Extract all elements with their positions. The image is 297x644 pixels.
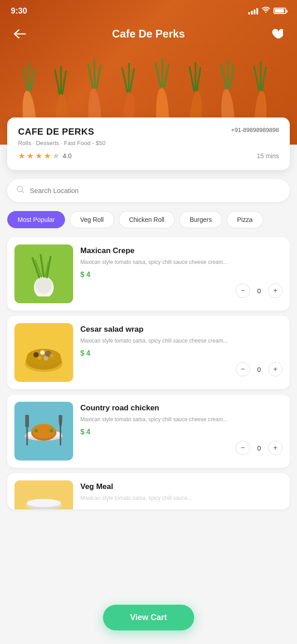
search-box bbox=[7, 179, 290, 202]
qty-value-3: 0 bbox=[255, 444, 263, 452]
wifi-icon bbox=[262, 7, 270, 15]
svg-line-23 bbox=[197, 68, 200, 91]
star-1: ★ bbox=[18, 151, 25, 161]
svg-line-30 bbox=[260, 62, 261, 89]
qty-value-2: 0 bbox=[255, 366, 263, 373]
star-4: ★ bbox=[44, 151, 51, 161]
qty-value-1: 0 bbox=[255, 287, 263, 295]
menu-list: Maxican Crepe Maxican style tomato salsa… bbox=[7, 237, 290, 509]
svg-point-35 bbox=[36, 277, 52, 294]
cafe-tags: Rolls · Desserts · Fast Food - $50 bbox=[18, 140, 279, 146]
svg-line-21 bbox=[190, 67, 194, 91]
tab-veg-roll[interactable]: Veg Roll bbox=[70, 211, 114, 228]
signal-icon bbox=[248, 7, 258, 14]
cafe-name: CAFE DE PERKS bbox=[18, 127, 94, 137]
menu-item-2: Cesar salad wrap Maxican style tomato sa… bbox=[7, 316, 290, 389]
view-cart-button[interactable]: View Cart bbox=[103, 605, 194, 630]
menu-item-name-4: Veg Meal bbox=[80, 482, 283, 491]
info-card: CAFE DE PERKS +91-89898989898 Rolls · De… bbox=[7, 118, 290, 170]
svg-line-29 bbox=[254, 67, 259, 90]
back-button[interactable] bbox=[11, 25, 29, 43]
svg-line-15 bbox=[130, 69, 134, 92]
tab-burgers[interactable]: Burgers bbox=[179, 211, 222, 228]
menu-item-name-2: Cesar salad wrap bbox=[80, 325, 283, 334]
status-bar: 9:30 bbox=[0, 0, 297, 22]
svg-line-5 bbox=[55, 70, 60, 94]
status-time: 9:30 bbox=[11, 6, 27, 16]
qty-increase-3[interactable]: + bbox=[268, 441, 283, 455]
menu-item-img-3 bbox=[14, 402, 73, 461]
qty-decrease-1[interactable]: − bbox=[236, 283, 250, 298]
menu-item-3: Country road chicken Maxican style tomat… bbox=[7, 395, 290, 468]
hero-title: Cafe De Perks bbox=[112, 28, 185, 40]
svg-line-37 bbox=[41, 255, 44, 277]
star-5: ★ bbox=[52, 151, 60, 161]
qty-decrease-3[interactable]: − bbox=[236, 441, 250, 455]
svg-point-49 bbox=[50, 354, 53, 357]
menu-item-4: Veg Meal Maxican style tomato salsa, spi… bbox=[7, 473, 290, 509]
menu-item-price-2: $ 4 bbox=[80, 349, 283, 357]
rating-value: 4.0 bbox=[63, 152, 71, 160]
menu-item-name-3: Country road chicken bbox=[80, 404, 283, 413]
cafe-meta: ★ ★ ★ ★ ★ 4.0 15 mins bbox=[18, 151, 279, 161]
favorite-button[interactable] bbox=[268, 25, 286, 43]
svg-line-10 bbox=[94, 60, 95, 87]
tab-chicken-roll[interactable]: Chicken Roll bbox=[119, 211, 175, 228]
delivery-time: 15 mins bbox=[257, 152, 279, 160]
rating-stars: ★ ★ ★ ★ ★ 4.0 bbox=[18, 151, 71, 161]
svg-line-31 bbox=[262, 68, 266, 90]
svg-point-47 bbox=[37, 356, 41, 360]
svg-line-17 bbox=[156, 63, 161, 88]
svg-line-11 bbox=[97, 66, 101, 88]
menu-item-desc-3: Maxican style tomato salsa, spicy chill … bbox=[80, 415, 283, 423]
svg-point-56 bbox=[50, 429, 53, 432]
star-2: ★ bbox=[27, 151, 34, 161]
menu-item-price-3: $ 4 bbox=[80, 428, 283, 436]
menu-item-info-2: Cesar salad wrap Maxican style tomato sa… bbox=[80, 323, 283, 376]
svg-point-62 bbox=[27, 499, 61, 507]
svg-line-9 bbox=[88, 65, 93, 88]
menu-item-img-1 bbox=[14, 244, 73, 303]
svg-line-25 bbox=[221, 65, 226, 89]
menu-item-desc-1: Maxican style tomato salsa, spicy chill … bbox=[80, 258, 283, 266]
menu-item-name-1: Maxican Crepe bbox=[80, 246, 283, 255]
menu-item-img-2 bbox=[14, 323, 73, 382]
svg-line-1 bbox=[23, 68, 28, 90]
svg-line-3 bbox=[31, 69, 35, 90]
status-icons bbox=[248, 7, 286, 15]
menu-item-info-3: Country road chicken Maxican style tomat… bbox=[80, 402, 283, 455]
hero-nav: Cafe De Perks bbox=[0, 25, 297, 43]
qty-increase-1[interactable]: + bbox=[268, 283, 283, 298]
menu-item-img-4 bbox=[14, 480, 73, 509]
qty-control-1: − 0 + bbox=[80, 283, 283, 298]
qty-decrease-2[interactable]: − bbox=[236, 362, 250, 376]
search-input[interactable] bbox=[30, 187, 281, 194]
svg-line-19 bbox=[164, 64, 169, 88]
qty-control-3: − 0 + bbox=[80, 441, 283, 455]
svg-point-48 bbox=[44, 356, 48, 361]
svg-line-13 bbox=[122, 68, 127, 92]
battery-icon bbox=[274, 8, 286, 14]
svg-line-7 bbox=[62, 71, 66, 94]
view-cart-container: View Cart bbox=[103, 605, 194, 630]
tab-most-popular[interactable]: Most Popular bbox=[7, 211, 65, 228]
cafe-phone: +91-89898989898 bbox=[231, 127, 279, 133]
svg-point-45 bbox=[40, 350, 45, 355]
star-3: ★ bbox=[35, 151, 42, 161]
category-tabs: Most Popular Veg Roll Chicken Roll Burge… bbox=[0, 211, 297, 228]
search-icon bbox=[16, 185, 24, 196]
menu-item-price-1: $ 4 bbox=[80, 271, 283, 279]
qty-increase-2[interactable]: + bbox=[268, 362, 283, 376]
qty-control-2: − 0 + bbox=[80, 362, 283, 376]
menu-item-desc-2: Maxican style tomato salsa, spicy chill … bbox=[80, 337, 283, 345]
menu-item-info-1: Maxican Crepe Maxican style tomato salsa… bbox=[80, 244, 283, 298]
menu-item-desc-4: Maxican style tomato salsa, spicy chill … bbox=[80, 494, 283, 502]
tab-pizza[interactable]: Pizza bbox=[227, 211, 263, 228]
menu-item-info-4: Veg Meal Maxican style tomato salsa, spi… bbox=[80, 480, 283, 507]
svg-point-32 bbox=[17, 186, 23, 192]
svg-line-27 bbox=[230, 66, 234, 89]
menu-item-1: Maxican Crepe Maxican style tomato salsa… bbox=[7, 237, 290, 310]
svg-point-55 bbox=[34, 429, 38, 432]
svg-line-14 bbox=[129, 64, 129, 91]
search-container bbox=[7, 179, 290, 202]
